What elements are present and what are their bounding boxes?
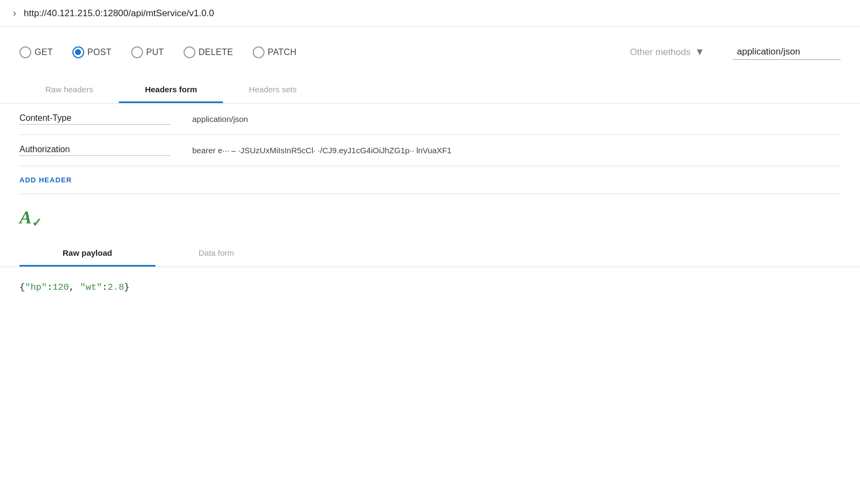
radio-post[interactable] <box>72 46 84 58</box>
header-key-group-content-type: Content-Type <box>19 113 171 125</box>
code-area[interactable]: {"hp":120, "wt":2.8} <box>0 267 860 308</box>
method-put-label: PUT <box>146 47 164 57</box>
payload-tabs: Raw payload Data form <box>0 241 860 267</box>
add-header-button[interactable]: ADD HEADER <box>19 166 72 194</box>
tab-raw-payload[interactable]: Raw payload <box>19 241 155 267</box>
header-key-authorization: Authorization <box>19 145 171 154</box>
radio-get[interactable] <box>19 46 31 58</box>
radio-patch[interactable] <box>253 46 265 58</box>
code-hp-value: 120 <box>52 282 69 292</box>
method-get[interactable]: GET <box>19 46 53 58</box>
code-wt-value: 2.8 <box>107 282 124 292</box>
method-get-label: GET <box>35 47 53 57</box>
method-post[interactable]: POST <box>72 46 112 58</box>
header-key-underline <box>19 124 171 125</box>
header-tabs: Raw headers Headers form Headers sets <box>0 77 860 104</box>
radio-delete[interactable] <box>184 46 195 58</box>
dropdown-arrow-icon: ▼ <box>695 46 705 58</box>
add-header-section: ADD HEADER <box>19 166 841 194</box>
header-key-underline-auth <box>19 155 171 156</box>
url-display: http://40.121.215.0:12800/api/mtService/… <box>24 8 214 19</box>
tab-data-form[interactable]: Data form <box>155 241 277 267</box>
header-key-group-authorization: Authorization <box>19 145 171 156</box>
url-bar: › http://40.121.215.0:12800/api/mtServic… <box>0 0 860 27</box>
method-patch-label: PATCH <box>268 47 296 57</box>
code-colon-2: : <box>102 282 107 292</box>
header-value-authorization[interactable]: bearer e··· – ·JSUzUxMiIsInR5cCl· ·/CJ9.… <box>192 146 841 155</box>
tab-headers-form[interactable]: Headers form <box>119 77 223 103</box>
code-comma: , <box>69 282 80 292</box>
content-type-input[interactable] <box>733 44 841 60</box>
method-delete[interactable]: DELETE <box>184 46 233 58</box>
spell-check-section: A✓ <box>0 194 860 241</box>
other-methods-dropdown[interactable]: Other methods ▼ <box>621 42 713 62</box>
method-post-label: POST <box>87 47 112 57</box>
code-wt-key: "wt" <box>80 282 102 292</box>
tab-headers-sets[interactable]: Headers sets <box>223 77 322 103</box>
spell-check-icon: A✓ <box>19 207 42 228</box>
other-methods-label: Other methods <box>630 47 690 58</box>
header-value-content-type[interactable]: application/json <box>192 114 841 124</box>
header-key-content-type: Content-Type <box>19 113 171 123</box>
code-colon-1: : <box>47 282 52 292</box>
code-close-brace: } <box>124 282 130 292</box>
code-open-brace: { <box>19 282 25 292</box>
code-hp-key: "hp" <box>25 282 47 292</box>
method-put[interactable]: PUT <box>131 46 164 58</box>
headers-form: Content-Type application/json Authorizat… <box>0 104 860 194</box>
expand-chevron-icon[interactable]: › <box>13 8 16 19</box>
header-row-authorization: Authorization bearer e··· – ·JSUzUxMiIsI… <box>19 135 841 166</box>
radio-post-inner <box>75 49 81 55</box>
radio-put[interactable] <box>131 46 143 58</box>
method-delete-label: DELETE <box>199 47 233 57</box>
method-patch[interactable]: PATCH <box>253 46 296 58</box>
tab-raw-headers[interactable]: Raw headers <box>19 77 119 103</box>
methods-row: GET POST PUT DELETE PATCH Other methods … <box>0 27 860 73</box>
header-row-content-type: Content-Type application/json <box>19 104 841 135</box>
